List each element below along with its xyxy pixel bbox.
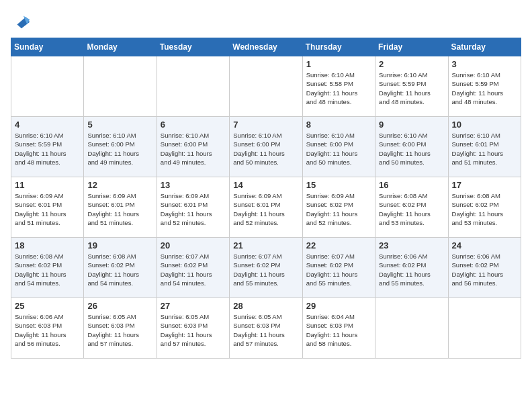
- calendar-cell: 25Sunrise: 6:06 AM Sunset: 6:03 PM Dayli…: [11, 298, 84, 359]
- day-info: Sunrise: 6:06 AM Sunset: 6:02 PM Dayligh…: [379, 252, 444, 287]
- week-row-4: 18Sunrise: 6:08 AM Sunset: 6:02 PM Dayli…: [11, 238, 521, 298]
- logo: [11, 11, 31, 32]
- calendar-cell: 18Sunrise: 6:08 AM Sunset: 6:02 PM Dayli…: [11, 238, 84, 298]
- day-info: Sunrise: 6:10 AM Sunset: 5:58 PM Dayligh…: [306, 71, 371, 106]
- day-number: 7: [233, 120, 298, 130]
- day-number: 10: [452, 120, 517, 130]
- day-info: Sunrise: 6:09 AM Sunset: 6:01 PM Dayligh…: [87, 191, 152, 227]
- calendar-cell: 22Sunrise: 6:07 AM Sunset: 6:02 PM Dayli…: [302, 238, 375, 298]
- day-info: Sunrise: 6:10 AM Sunset: 6:00 PM Dayligh…: [233, 131, 298, 167]
- header: [11, 11, 521, 32]
- day-info: Sunrise: 6:05 AM Sunset: 6:03 PM Dayligh…: [161, 312, 226, 348]
- day-number: 1: [306, 59, 371, 69]
- calendar-cell: 6Sunrise: 6:10 AM Sunset: 6:00 PM Daylig…: [157, 117, 229, 177]
- day-number: 8: [306, 120, 371, 130]
- calendar-cell: 9Sunrise: 6:10 AM Sunset: 6:00 PM Daylig…: [375, 117, 448, 177]
- day-info: Sunrise: 6:09 AM Sunset: 6:01 PM Dayligh…: [233, 191, 298, 227]
- logo-icon: [12, 11, 31, 30]
- weekday-header-tuesday: Tuesday: [157, 38, 229, 56]
- day-info: Sunrise: 6:09 AM Sunset: 6:01 PM Dayligh…: [161, 191, 226, 227]
- weekday-header-saturday: Saturday: [448, 38, 521, 56]
- calendar-cell: 24Sunrise: 6:06 AM Sunset: 6:02 PM Dayli…: [448, 238, 521, 298]
- day-number: 27: [161, 301, 226, 311]
- day-info: Sunrise: 6:04 AM Sunset: 6:03 PM Dayligh…: [306, 312, 371, 348]
- day-number: 22: [306, 240, 371, 250]
- calendar-cell: 26Sunrise: 6:05 AM Sunset: 6:03 PM Dayli…: [84, 298, 157, 359]
- day-info: Sunrise: 6:10 AM Sunset: 5:59 PM Dayligh…: [452, 71, 517, 106]
- week-row-3: 11Sunrise: 6:09 AM Sunset: 6:01 PM Dayli…: [11, 177, 521, 238]
- day-info: Sunrise: 6:10 AM Sunset: 5:59 PM Dayligh…: [379, 71, 444, 106]
- day-info: Sunrise: 6:08 AM Sunset: 6:02 PM Dayligh…: [87, 252, 152, 287]
- day-info: Sunrise: 6:07 AM Sunset: 6:02 PM Dayligh…: [233, 252, 298, 287]
- day-info: Sunrise: 6:09 AM Sunset: 6:01 PM Dayligh…: [15, 191, 80, 227]
- calendar-cell: 14Sunrise: 6:09 AM Sunset: 6:01 PM Dayli…: [230, 177, 302, 238]
- weekday-header-wednesday: Wednesday: [230, 38, 302, 56]
- week-row-1: 1Sunrise: 6:10 AM Sunset: 5:58 PM Daylig…: [11, 56, 521, 117]
- day-number: 6: [161, 120, 226, 130]
- calendar-cell: [157, 56, 229, 117]
- calendar-cell: 5Sunrise: 6:10 AM Sunset: 6:00 PM Daylig…: [84, 117, 157, 177]
- day-number: 29: [306, 301, 371, 311]
- weekday-header-row: SundayMondayTuesdayWednesdayThursdayFrid…: [11, 38, 521, 56]
- calendar-cell: [11, 56, 84, 117]
- calendar-cell: 15Sunrise: 6:09 AM Sunset: 6:02 PM Dayli…: [302, 177, 375, 238]
- day-number: 2: [379, 59, 444, 69]
- calendar-table: SundayMondayTuesdayWednesdayThursdayFrid…: [11, 38, 521, 359]
- day-info: Sunrise: 6:08 AM Sunset: 6:02 PM Dayligh…: [452, 191, 517, 227]
- weekday-header-monday: Monday: [84, 38, 157, 56]
- day-info: Sunrise: 6:05 AM Sunset: 6:03 PM Dayligh…: [233, 312, 298, 348]
- day-info: Sunrise: 6:07 AM Sunset: 6:02 PM Dayligh…: [161, 252, 226, 287]
- week-row-2: 4Sunrise: 6:10 AM Sunset: 5:59 PM Daylig…: [11, 117, 521, 177]
- day-number: 13: [161, 180, 226, 190]
- calendar-cell: 29Sunrise: 6:04 AM Sunset: 6:03 PM Dayli…: [302, 298, 375, 359]
- day-number: 14: [233, 180, 298, 190]
- calendar-cell: 4Sunrise: 6:10 AM Sunset: 5:59 PM Daylig…: [11, 117, 84, 177]
- calendar-cell: [375, 298, 448, 359]
- calendar-cell: 12Sunrise: 6:09 AM Sunset: 6:01 PM Dayli…: [84, 177, 157, 238]
- day-number: 15: [306, 180, 371, 190]
- calendar-cell: 11Sunrise: 6:09 AM Sunset: 6:01 PM Dayli…: [11, 177, 84, 238]
- calendar-cell: 8Sunrise: 6:10 AM Sunset: 6:00 PM Daylig…: [302, 117, 375, 177]
- day-info: Sunrise: 6:08 AM Sunset: 6:02 PM Dayligh…: [15, 252, 80, 287]
- day-number: 17: [452, 180, 517, 190]
- day-info: Sunrise: 6:10 AM Sunset: 6:00 PM Dayligh…: [161, 131, 226, 167]
- day-number: 23: [379, 240, 444, 250]
- calendar-cell: [448, 298, 521, 359]
- weekday-header-sunday: Sunday: [11, 38, 84, 56]
- calendar-cell: 28Sunrise: 6:05 AM Sunset: 6:03 PM Dayli…: [230, 298, 302, 359]
- day-info: Sunrise: 6:10 AM Sunset: 6:01 PM Dayligh…: [452, 131, 517, 167]
- day-number: 20: [161, 240, 226, 250]
- weekday-header-friday: Friday: [375, 38, 448, 56]
- day-info: Sunrise: 6:06 AM Sunset: 6:02 PM Dayligh…: [452, 252, 517, 287]
- week-row-5: 25Sunrise: 6:06 AM Sunset: 6:03 PM Dayli…: [11, 298, 521, 359]
- day-number: 19: [87, 240, 152, 250]
- weekday-header-thursday: Thursday: [302, 38, 375, 56]
- day-number: 28: [233, 301, 298, 311]
- day-info: Sunrise: 6:10 AM Sunset: 6:00 PM Dayligh…: [306, 131, 371, 167]
- day-number: 4: [15, 120, 80, 130]
- day-info: Sunrise: 6:05 AM Sunset: 6:03 PM Dayligh…: [87, 312, 152, 348]
- day-number: 25: [15, 301, 80, 311]
- day-number: 26: [87, 301, 152, 311]
- calendar-cell: [84, 56, 157, 117]
- calendar-cell: 2Sunrise: 6:10 AM Sunset: 5:59 PM Daylig…: [375, 56, 448, 117]
- day-info: Sunrise: 6:10 AM Sunset: 6:00 PM Dayligh…: [87, 131, 152, 167]
- calendar-cell: 13Sunrise: 6:09 AM Sunset: 6:01 PM Dayli…: [157, 177, 229, 238]
- calendar-cell: 3Sunrise: 6:10 AM Sunset: 5:59 PM Daylig…: [448, 56, 521, 117]
- day-number: 9: [379, 120, 444, 130]
- calendar-cell: 16Sunrise: 6:08 AM Sunset: 6:02 PM Dayli…: [375, 177, 448, 238]
- calendar-cell: 17Sunrise: 6:08 AM Sunset: 6:02 PM Dayli…: [448, 177, 521, 238]
- calendar-cell: 20Sunrise: 6:07 AM Sunset: 6:02 PM Dayli…: [157, 238, 229, 298]
- day-info: Sunrise: 6:10 AM Sunset: 6:00 PM Dayligh…: [379, 131, 444, 167]
- calendar-cell: 27Sunrise: 6:05 AM Sunset: 6:03 PM Dayli…: [157, 298, 229, 359]
- day-number: 5: [87, 120, 152, 130]
- calendar-cell: 23Sunrise: 6:06 AM Sunset: 6:02 PM Dayli…: [375, 238, 448, 298]
- day-info: Sunrise: 6:07 AM Sunset: 6:02 PM Dayligh…: [306, 252, 371, 287]
- day-info: Sunrise: 6:06 AM Sunset: 6:03 PM Dayligh…: [15, 312, 80, 348]
- day-number: 16: [379, 180, 444, 190]
- day-info: Sunrise: 6:10 AM Sunset: 5:59 PM Dayligh…: [15, 131, 80, 167]
- calendar-cell: 1Sunrise: 6:10 AM Sunset: 5:58 PM Daylig…: [302, 56, 375, 117]
- day-number: 24: [452, 240, 517, 250]
- day-number: 18: [15, 240, 80, 250]
- calendar-cell: 21Sunrise: 6:07 AM Sunset: 6:02 PM Dayli…: [230, 238, 302, 298]
